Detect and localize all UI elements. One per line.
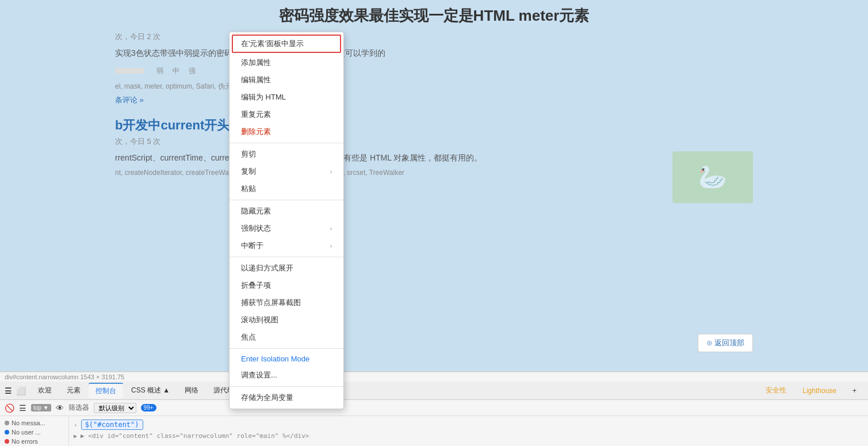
- console-sidebar-messages[interactable]: No messa...: [2, 418, 66, 428]
- article2-title: b开发中current开头的一些API属性: [115, 117, 753, 134]
- copy-submenu-icon: ›: [330, 169, 332, 175]
- tab-lighthouse[interactable]: Lighthouse: [796, 384, 843, 397]
- console-sidebar: No messa... No user ... No errors: [0, 416, 69, 446]
- menu-item-cut[interactable]: 剪切: [230, 146, 343, 163]
- devtools-device-icon[interactable]: ⬜: [16, 386, 25, 395]
- clear-console-icon[interactable]: 🚫: [5, 403, 14, 413]
- console-prompt: ›: [74, 421, 78, 429]
- menu-item-scroll-into-view[interactable]: 滚动到视图: [230, 311, 343, 329]
- menu-divider-1: [230, 143, 343, 143]
- eye-icon[interactable]: 👁: [56, 403, 64, 413]
- return-top-button[interactable]: ⊙ 返回顶部: [698, 334, 753, 352]
- tab-welcome[interactable]: 欢迎: [31, 383, 59, 398]
- console-toolbar: 🚫 ☰ top ▼ 👁 筛选器 默认级别 99+: [0, 400, 868, 416]
- tab-security[interactable]: 安全性: [759, 383, 793, 398]
- menu-item-add-attr[interactable]: 添加属性: [230, 54, 343, 71]
- filter-label: 筛选器: [68, 403, 89, 413]
- user-dot: [5, 430, 9, 434]
- tab-css-overview[interactable]: CSS 概述 ▲: [124, 383, 177, 398]
- menu-item-enter-isolation[interactable]: Enter Isolation Mode: [230, 351, 343, 367]
- console-content: No messa... No user ... No errors › $("#…: [0, 416, 868, 446]
- menu-item-duplicate[interactable]: 重复元素: [230, 106, 343, 123]
- break-at-submenu-icon: ›: [330, 243, 332, 249]
- article2-thumbnail: 🦢: [672, 151, 753, 203]
- menu-item-edit-html[interactable]: 编辑为 HTML: [230, 89, 343, 106]
- article1-tags: el, mask, meter, optimum, Safari, 伪元素: [115, 82, 753, 92]
- article1-content: 实现3色状态带强中弱提示的密码强度效果，有基础有深入，本文可以学到的: [115, 47, 753, 60]
- errors-dot: [5, 439, 9, 444]
- tab-network[interactable]: 网络: [178, 383, 205, 398]
- element-path-bar: div#content.narrowcolumn 1543 × 3191.75: [0, 372, 868, 382]
- strength-label-mid: 中: [173, 66, 179, 76]
- menu-item-edit-attr[interactable]: 编辑属性: [230, 71, 343, 89]
- menu-divider-2: [230, 200, 343, 200]
- menu-item-show-in-panel[interactable]: 在'元素'面板中显示: [232, 35, 341, 53]
- strength-indicator: 弱 中 强: [115, 66, 753, 76]
- error-badge: 99+: [141, 404, 156, 411]
- strength-input-box: [115, 68, 144, 74]
- devtools-panel: div#content.narrowcolumn 1543 × 3191.75 …: [0, 371, 868, 446]
- menu-item-hide[interactable]: 隐藏元素: [230, 203, 343, 220]
- console-result-element: ▶ <div id="content" class="narrowcolumn"…: [81, 432, 309, 440]
- strength-label-weak: 弱: [156, 66, 163, 76]
- article1-title: 密码强度效果最佳实现一定是HTML meter元素: [115, 6, 753, 26]
- article1-comments: 条评论 »: [115, 95, 753, 105]
- expand-icon[interactable]: ▶: [74, 433, 77, 439]
- console-expression[interactable]: $("#content"): [81, 420, 143, 430]
- tab-add[interactable]: +: [846, 384, 863, 397]
- menu-item-expand-recursively[interactable]: 以递归方式展开: [230, 260, 343, 277]
- context-menu: 在'元素'面板中显示 添加属性 编辑属性 编辑为 HTML 重复元素 删除元素 …: [229, 32, 344, 409]
- log-level-select[interactable]: 默认级别: [94, 403, 136, 413]
- menu-item-focus[interactable]: 焦点: [230, 329, 343, 346]
- menu-divider-4: [230, 348, 343, 349]
- toggle-sidebar-icon[interactable]: ☰: [19, 403, 26, 413]
- article1-meta: 次，今日 2 次: [115, 32, 753, 42]
- console-sidebar-errors[interactable]: No errors: [2, 437, 66, 446]
- force-state-submenu-icon: ›: [330, 226, 332, 232]
- menu-item-devtools-settings[interactable]: 调查设置...: [230, 367, 343, 384]
- menu-divider-3: [230, 257, 343, 257]
- tab-elements[interactable]: 元素: [60, 383, 87, 398]
- article2-tags: nt, createNodeIterator, createTreeWalker…: [115, 169, 753, 177]
- menu-item-capture-screenshot[interactable]: 捕获节点屏幕截图: [230, 294, 343, 311]
- devtools-inspect-icon[interactable]: ☰: [5, 386, 14, 395]
- menu-divider-5: [230, 386, 343, 387]
- menu-item-paste[interactable]: 粘贴: [230, 180, 343, 197]
- console-result-line: ▶ ▶ <div id="content" class="narrowcolum…: [74, 431, 863, 441]
- article2-content: rrentScript、currentTime、currentNode 和 cu…: [115, 151, 753, 165]
- menu-item-collapse-children[interactable]: 折叠子项: [230, 277, 343, 294]
- menu-item-delete[interactable]: 删除元素: [230, 123, 343, 140]
- console-sidebar-user[interactable]: No user ...: [2, 428, 66, 437]
- menu-item-break-at[interactable]: 中断于 ›: [230, 237, 343, 254]
- tab-console[interactable]: 控制台: [89, 383, 123, 398]
- messages-dot: [5, 421, 9, 425]
- strength-label-strong: 强: [189, 66, 196, 76]
- console-output: › $("#content") ▶ ▶ <div id="content" cl…: [69, 416, 868, 446]
- devtools-tabs-bar: ☰ ⬜ 欢迎 元素 控制台 CSS 概述 ▲ 网络 源代码 安全性 Lighth…: [0, 382, 868, 400]
- article2-body: 🦢 rrentScript、currentTime、currentNode 和 …: [115, 151, 753, 203]
- top-context-selector[interactable]: top ▼: [31, 404, 51, 411]
- menu-item-store-global[interactable]: 存储为全局变量: [230, 389, 343, 406]
- menu-item-copy[interactable]: 复制 ›: [230, 163, 343, 180]
- menu-item-force-state[interactable]: 强制状态 ›: [230, 220, 343, 237]
- article2-meta: 次，今日 5 次: [115, 136, 753, 147]
- console-input-line: › $("#content"): [74, 418, 863, 431]
